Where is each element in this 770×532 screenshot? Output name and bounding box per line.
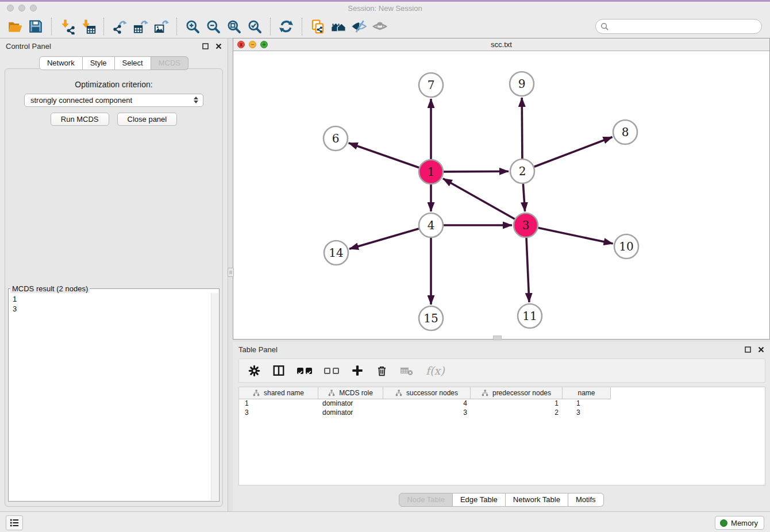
search-field[interactable] [595,19,762,34]
table-cell[interactable]: 1 [239,399,318,408]
export-table-button[interactable] [130,17,151,36]
apply-layout-button[interactable] [276,17,297,36]
select-all-button[interactable] [297,362,312,379]
float-panel-icon[interactable] [202,43,209,49]
node-table[interactable]: shared name MCDS role successor nodes pr… [238,387,765,485]
import-table-button[interactable] [78,17,98,36]
show-all-button[interactable] [369,17,390,36]
open-file-button[interactable] [5,17,25,36]
list-icon [9,518,20,527]
table-tab-node-table[interactable]: Node Table [399,493,453,507]
export-image-button[interactable] [151,17,171,36]
add-row-button[interactable] [351,362,364,379]
control-tab-network[interactable]: Network [39,56,83,70]
graph-edge-1-6[interactable] [349,143,419,168]
table-tab-network-table[interactable]: Network Table [506,493,568,507]
close-panel-icon[interactable] [758,346,764,353]
graph-edge-1-2[interactable] [444,171,509,172]
table-cell[interactable]: 3 [563,408,611,418]
graph-node-7[interactable]: 7 [419,73,443,97]
table-cell[interactable]: dominator [318,399,383,408]
table-cell[interactable]: 3 [383,408,471,418]
hide-selected-button[interactable] [349,17,369,36]
table-cell[interactable]: 1 [471,399,563,408]
svg-text:10: 10 [619,240,633,253]
network-canvas[interactable]: 1234678910111415 [233,52,769,339]
search-icon [600,22,609,31]
graph-edge-2-9[interactable] [522,98,522,159]
result-scrollbar-track[interactable] [211,293,218,500]
column-header-shared-name[interactable]: shared name [239,387,318,399]
zoom-in-button[interactable] [182,17,203,36]
table-cell[interactable]: dominator [318,408,383,418]
column-header-predecessor-nodes[interactable]: predecessor nodes [471,387,563,399]
graph-node-3[interactable]: 3 [514,213,538,237]
run-mcds-button[interactable]: Run MCDS [51,113,109,126]
zoom-out-button[interactable] [203,17,224,36]
control-tab-mcds[interactable]: MCDS [151,56,188,70]
column-header-successor-nodes[interactable]: successor nodes [383,387,471,399]
control-tab-style[interactable]: Style [83,56,115,70]
table-cell[interactable]: 2 [471,408,563,418]
graph-node-1[interactable]: 1 [419,160,443,184]
column-header-label: successor nodes [406,389,458,397]
column-header-MCDS-role[interactable]: MCDS role [318,387,383,399]
save-session-button[interactable] [25,17,46,36]
graph-edge-3-11[interactable] [526,238,529,302]
graph-node-10[interactable]: 10 [614,234,638,259]
float-panel-icon[interactable] [745,346,751,353]
search-input[interactable] [613,22,757,31]
graph-edge-2-3[interactable] [523,184,525,211]
mcds-pane: Optimization criterion: strongly connect… [5,68,223,507]
memory-button[interactable]: Memory [715,516,764,530]
export-network-button[interactable] [109,17,130,36]
column-header-label: shared name [264,389,304,397]
first-neighbors-button[interactable] [328,17,349,36]
table-cell[interactable]: 3 [239,408,318,418]
network-window-titlebar: x – + scc.txt [233,38,769,51]
mcds-result-list[interactable]: 1 3 [9,293,211,501]
graph-node-4[interactable]: 4 [419,213,443,237]
graph-node-15[interactable]: 15 [419,306,443,330]
svg-text:11: 11 [522,309,537,323]
graph-node-11[interactable]: 11 [518,304,542,328]
table-cell[interactable]: 4 [383,399,471,408]
zoom-fit-icon [226,19,242,34]
graph-node-2[interactable]: 2 [510,159,534,183]
close-panel-icon[interactable] [215,43,222,49]
table-cell[interactable]: 1 [563,399,611,408]
table-tab-motifs[interactable]: Motifs [568,493,604,507]
splitter-handle-horizontal[interactable] [493,336,502,340]
plus-icon [351,364,364,377]
table-row[interactable]: 3dominator323 [239,408,765,418]
zoom-selected-button[interactable] [244,17,265,36]
import-network-button[interactable] [57,17,78,36]
table-tab-edge-table[interactable]: Edge Table [453,493,506,507]
graph-edge-3-1[interactable] [443,179,515,219]
table-row[interactable]: 1dominator411 [239,399,765,408]
graph-node-8[interactable]: 8 [613,120,637,144]
splitter-handle-vertical[interactable] [228,268,234,277]
graph-node-14[interactable]: 14 [324,241,348,265]
table-options-button[interactable] [248,362,260,379]
graph-edge-2-8[interactable] [534,137,613,167]
delete-table-button[interactable] [400,362,414,379]
table-panel-tabs: Node TableEdge TableNetwork TableMotifs [233,493,770,507]
graph-node-9[interactable]: 9 [510,72,534,96]
zoom-fit-button[interactable] [224,17,244,36]
graph-node-6[interactable]: 6 [324,126,348,151]
column-header-name[interactable]: name [563,387,611,399]
graph-edge-4-14[interactable] [349,229,419,249]
import-table-icon [80,19,96,34]
deselect-all-button[interactable] [324,362,339,379]
optimization-dropdown[interactable]: strongly connected component [24,94,203,107]
close-panel-button[interactable]: Close panel [117,113,178,126]
duplicate-network-button[interactable] [307,17,328,36]
delete-row-button[interactable] [376,362,388,379]
column-header-label: predecessor nodes [492,389,551,397]
function-builder-button[interactable]: f(x) [426,362,445,379]
graph-edge-3-10[interactable] [538,228,613,244]
show-column-panel-button[interactable] [272,362,285,379]
control-tab-select[interactable]: Select [115,56,151,70]
task-history-button[interactable] [6,515,23,530]
